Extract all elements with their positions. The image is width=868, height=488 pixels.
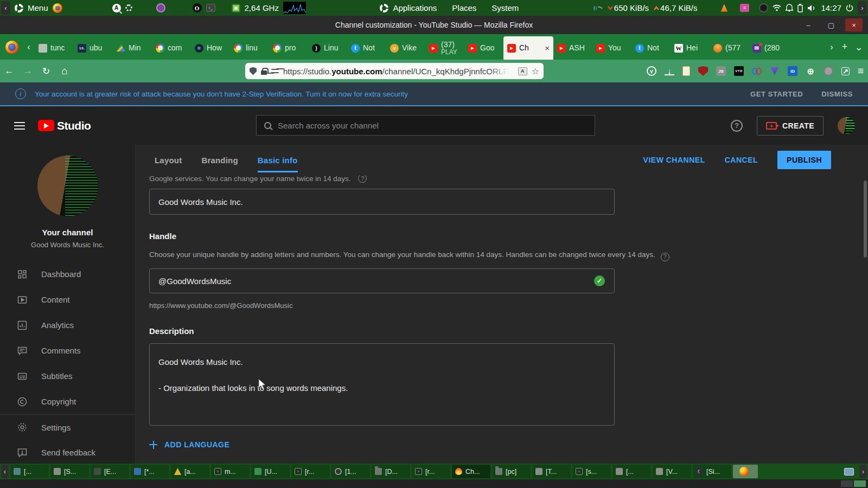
taskbar-window-button[interactable]: m... bbox=[211, 465, 250, 478]
tab-close-icon[interactable]: × bbox=[545, 43, 550, 53]
permissions-icon[interactable] bbox=[271, 68, 279, 74]
account-avatar[interactable] bbox=[838, 117, 855, 134]
forward-icon[interactable]: → bbox=[18, 66, 37, 76]
applications-menu-icon[interactable] bbox=[380, 4, 388, 12]
clock[interactable]: 14:27 bbox=[821, 3, 841, 12]
channel-search-box[interactable] bbox=[256, 115, 595, 136]
sidebar-item[interactable]: Copyright bbox=[0, 389, 135, 414]
home-icon[interactable]: ⌂ bbox=[55, 65, 74, 77]
ublock-icon[interactable]: 3 bbox=[698, 66, 708, 76]
taskbar-scroll-left-icon[interactable]: ‹ bbox=[1, 465, 9, 478]
bookmark-star-icon[interactable]: ☆ bbox=[532, 66, 539, 76]
wifi-icon[interactable] bbox=[773, 4, 781, 11]
view-channel-button[interactable]: VIEW CHANNEL bbox=[643, 156, 705, 164]
taskbar-window-button[interactable]: [S... bbox=[50, 465, 89, 478]
hamburger-menu-icon[interactable]: ≡ bbox=[858, 65, 864, 77]
channel-name-input[interactable] bbox=[149, 189, 615, 215]
taskbar-window-button[interactable]: [E... bbox=[91, 465, 129, 478]
taskbar-window-button[interactable]: [a... bbox=[171, 465, 209, 478]
taskbar-window-button[interactable]: [Si... bbox=[693, 465, 731, 478]
sidebar-item[interactable]: Dashboard bbox=[0, 261, 135, 287]
sidebar-item[interactable]: Send feedback bbox=[0, 440, 135, 465]
customization-tab[interactable]: Layout bbox=[155, 145, 182, 175]
search-tool-icon[interactable]: A bbox=[112, 4, 121, 12]
taskbar-window-button[interactable]: [pc] bbox=[492, 465, 531, 478]
tray-circle-icon[interactable] bbox=[759, 3, 768, 12]
js-blocker-icon[interactable]: JS bbox=[716, 66, 726, 76]
description-textarea[interactable]: Good Words Music Inc. - Organization tha… bbox=[149, 343, 615, 426]
cancel-button[interactable]: CANCEL bbox=[725, 156, 758, 164]
search-input[interactable] bbox=[278, 121, 587, 130]
tracking-shield-icon[interactable] bbox=[250, 67, 257, 75]
taskbar-window-button[interactable]: [V... bbox=[653, 465, 691, 478]
browser-tab[interactable]: Hei bbox=[671, 36, 710, 60]
globe-extension-icon[interactable]: ⊕ bbox=[806, 66, 815, 76]
menu-label[interactable]: Menu bbox=[28, 3, 48, 12]
workspace-pager[interactable] bbox=[841, 480, 866, 487]
distro-menu-icon[interactable] bbox=[15, 4, 23, 12]
browser-tab[interactable]: ubu bbox=[74, 36, 113, 60]
reload-icon[interactable]: ↻ bbox=[37, 66, 55, 77]
help-question-icon[interactable]: ? bbox=[358, 175, 367, 183]
url-text[interactable]: https://studio.youtube.com/channel/UCn_k… bbox=[283, 67, 514, 76]
minimize-icon[interactable]: – bbox=[800, 18, 817, 31]
taskbar-window-button[interactable]: [r... bbox=[412, 465, 450, 478]
panel-scroll-left-icon[interactable]: ‹ bbox=[1, 1, 10, 15]
browser-tab[interactable]: Ch × bbox=[503, 36, 553, 60]
add-language-button[interactable]: ADD LANGUAGE bbox=[149, 440, 868, 449]
browser-tab[interactable]: Min bbox=[113, 36, 152, 60]
gears-icon[interactable] bbox=[125, 4, 132, 11]
publish-button[interactable]: PUBLISH bbox=[777, 151, 831, 169]
vlc-icon[interactable] bbox=[720, 4, 728, 12]
tabs-scroll-left-icon[interactable]: ‹ bbox=[23, 42, 35, 52]
taskbar-window-button[interactable]: [*... bbox=[131, 465, 169, 478]
browser-tab[interactable]: Not bbox=[631, 36, 671, 60]
sidebar-item[interactable]: Comments bbox=[0, 338, 135, 363]
dismiss-button[interactable]: DISMISS bbox=[821, 90, 853, 98]
taskbar-window-button[interactable]: [T... bbox=[532, 465, 571, 478]
youtube-studio-logo[interactable]: Studio bbox=[38, 119, 91, 132]
triangle-extension-icon[interactable] bbox=[770, 66, 780, 76]
back-icon[interactable]: ← bbox=[0, 66, 18, 76]
customization-tab[interactable]: Basic info bbox=[258, 145, 298, 175]
taskbar-window-button[interactable]: [1... bbox=[331, 465, 370, 478]
browser-tab[interactable]: Linu bbox=[308, 36, 347, 60]
system-menu[interactable]: System bbox=[492, 3, 519, 12]
sidebar-item[interactable]: Settings bbox=[0, 414, 135, 440]
browser-tab[interactable]: (577 bbox=[710, 36, 749, 60]
browser-tab[interactable]: pro bbox=[269, 36, 308, 60]
browser-tab[interactable]: Goo bbox=[464, 36, 503, 60]
browser-tab[interactable]: tunc bbox=[35, 36, 74, 60]
new-tab-icon[interactable]: + bbox=[838, 41, 852, 53]
sidebar-item[interactable]: Content bbox=[0, 287, 135, 312]
customization-tab[interactable]: Branding bbox=[201, 145, 238, 175]
taskbar-window-button[interactable]: [r... bbox=[291, 465, 330, 478]
translate-icon[interactable]: A bbox=[518, 67, 527, 75]
url-bar[interactable]: https://studio.youtube.com/channel/UCn_k… bbox=[245, 63, 544, 79]
tray-app-icon[interactable]: ≡ bbox=[740, 4, 749, 12]
power-icon[interactable] bbox=[846, 4, 853, 12]
help-icon[interactable]: ? bbox=[731, 120, 743, 132]
taskbar-window-button[interactable]: [s... bbox=[572, 465, 611, 478]
opera-icon[interactable]: O bbox=[193, 3, 202, 12]
notes-extension-icon[interactable] bbox=[682, 66, 690, 76]
firefox-menu-icon[interactable] bbox=[5, 41, 18, 54]
help-question-icon[interactable]: ? bbox=[661, 253, 669, 261]
browser-tab[interactable]: ASH bbox=[553, 36, 592, 60]
browser-tab[interactable]: (280 bbox=[749, 36, 788, 60]
get-started-button[interactable]: GET STARTED bbox=[750, 90, 803, 98]
browser-tab[interactable]: How bbox=[191, 36, 230, 60]
battery-icon[interactable] bbox=[797, 4, 803, 12]
show-desktop-icon[interactable] bbox=[844, 468, 854, 476]
scrollbar-thumb[interactable] bbox=[864, 181, 867, 258]
pocket-icon[interactable]: ∨ bbox=[647, 66, 656, 76]
browser-tab[interactable]: Not bbox=[347, 36, 386, 60]
taskbar-window-button[interactable]: [D... bbox=[372, 465, 410, 478]
studio-hamburger-icon[interactable] bbox=[14, 122, 25, 130]
browser-tab[interactable]: Vike bbox=[386, 36, 425, 60]
maximize-icon[interactable]: ▢ bbox=[822, 18, 840, 31]
panel-scroll-right-icon[interactable]: › bbox=[858, 1, 867, 15]
close-icon[interactable]: × bbox=[845, 18, 863, 31]
tor-icon[interactable] bbox=[156, 3, 165, 12]
terminal-launcher-icon[interactable]: ›_ bbox=[206, 4, 215, 12]
